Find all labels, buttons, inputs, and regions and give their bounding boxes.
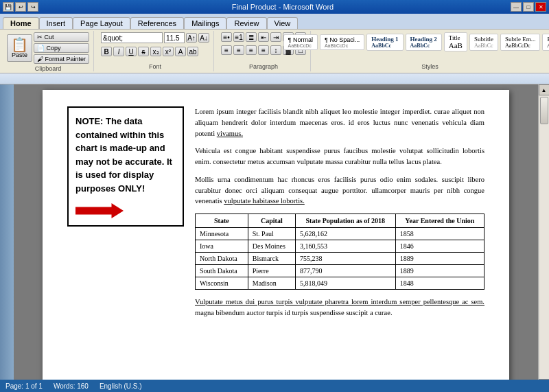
- tab-page-layout[interactable]: Page Layout: [73, 17, 130, 29]
- table-row: MinnesotaSt. Paul5,628,1621858: [196, 228, 484, 240]
- table-row: WisconsinMadison5,818,0491848: [196, 277, 484, 290]
- scroll-up-button[interactable]: ▲: [539, 84, 550, 95]
- cell-3-3: 1889: [395, 265, 484, 277]
- highlight-button[interactable]: ab: [187, 47, 198, 56]
- style-title[interactable]: Title AaB: [444, 32, 467, 51]
- document-container: NOTE: The data contained within this cha…: [0, 84, 549, 390]
- tab-home[interactable]: Home: [3, 17, 39, 29]
- minimize-button[interactable]: —: [511, 2, 522, 12]
- align-right-button[interactable]: ≡: [246, 45, 257, 55]
- shrink-font-button[interactable]: A↓: [198, 33, 209, 43]
- ribbon-content: 📋 Paste ✂ Cut 📄 Copy 🖌 Format Painter Cl…: [0, 29, 549, 73]
- close-button[interactable]: ✕: [535, 2, 546, 12]
- align-center-button[interactable]: ≡: [233, 45, 244, 55]
- multilevel-button[interactable]: ≣: [246, 32, 257, 42]
- font-size-input[interactable]: [164, 32, 185, 43]
- style-title-label: Title: [449, 34, 463, 41]
- quick-access-save[interactable]: 💾: [3, 2, 14, 12]
- bold-button[interactable]: B: [101, 47, 112, 56]
- italic-button[interactable]: I: [113, 47, 124, 56]
- cell-1-0: Iowa: [196, 240, 248, 253]
- paragraph-2: Vehicula est congue habitant suspendisse…: [195, 146, 484, 168]
- underline-text-3: vulputate habitasse lobortis.: [224, 197, 305, 205]
- grow-font-button[interactable]: A↑: [186, 33, 197, 43]
- ribbon-tab-bar: Home Insert Page Layout References Maili…: [0, 14, 549, 29]
- style-no-spacing-label: ¶ No Spaci...: [325, 36, 360, 43]
- strikethrough-button[interactable]: s: [138, 47, 149, 56]
- scroll-thumb[interactable]: [540, 97, 548, 124]
- style-subtitle[interactable]: Subtitle AaBbCc: [469, 34, 498, 51]
- underline-button[interactable]: U: [126, 47, 137, 56]
- tab-references[interactable]: References: [130, 17, 184, 29]
- cell-2-0: North Dakota: [196, 253, 248, 265]
- sidebar-left: [0, 84, 14, 390]
- font-label: Font: [149, 63, 161, 70]
- cell-2-1: Bismarck: [248, 253, 295, 265]
- cell-1-3: 1846: [395, 240, 484, 253]
- cell-4-1: Madison: [248, 277, 295, 290]
- page-count: Page: 1 of 1: [5, 382, 43, 390]
- font-name-input[interactable]: [101, 32, 163, 43]
- document-scroll-area[interactable]: NOTE: The data contained within this cha…: [14, 84, 538, 390]
- style-heading1-label: Heading 1: [371, 36, 398, 43]
- document-page: NOTE: The data contained within this cha…: [43, 90, 509, 384]
- status-bar: Page: 1 of 1 Words: 160 English (U.S.): [0, 380, 549, 392]
- numbering-button[interactable]: ≡1: [233, 32, 244, 42]
- paste-button[interactable]: 📋 Paste: [7, 34, 32, 62]
- copy-button[interactable]: 📄 Copy: [34, 43, 89, 53]
- style-subtle-em-label: Subtle Em...: [505, 36, 536, 43]
- scroll-track[interactable]: [539, 95, 549, 379]
- subscript-button[interactable]: x₂: [150, 47, 161, 56]
- justify-button[interactable]: ≡: [258, 45, 269, 55]
- maximize-button[interactable]: □: [523, 2, 534, 12]
- line-spacing-button[interactable]: ↕: [270, 45, 281, 55]
- font-color-button[interactable]: A: [175, 47, 186, 56]
- tab-review[interactable]: Review: [226, 17, 266, 29]
- vertical-scrollbar: ▲ ▼: [538, 84, 549, 390]
- style-subtle-em[interactable]: Subtle Em... AaBbCcDc: [500, 34, 541, 51]
- styles-label: Styles: [421, 63, 439, 70]
- cell-1-2: 3,160,553: [295, 240, 395, 253]
- style-heading2-label: Heading 2: [410, 36, 437, 43]
- style-emphasis[interactable]: Emphasis AaBbCcDc: [542, 34, 549, 51]
- ruler: [0, 73, 549, 84]
- paste-icon: 📋: [11, 38, 28, 51]
- col-header-capital: Capital: [248, 214, 295, 228]
- paragraph-3: Mollis urna condimentum hac rhoncus eros…: [195, 174, 484, 207]
- style-normal[interactable]: ¶ Normal AaBbCcDc: [283, 34, 318, 50]
- style-no-spacing[interactable]: ¶ No Spaci... AaBbCcDc: [320, 34, 364, 50]
- paragraph-1: Lorem ipsum integer facilisis blandit ni…: [195, 106, 484, 139]
- col-header-year: Year Entered the Union: [395, 214, 484, 228]
- cell-0-0: Minnesota: [196, 228, 248, 240]
- table-row: North DakotaBismarck755,2381889: [196, 253, 484, 265]
- right-arrow-icon: [75, 203, 124, 218]
- paragraph-4: Vulputate metus dui purus turpis vulputa…: [195, 297, 484, 319]
- quick-access-redo[interactable]: ↪: [27, 2, 38, 12]
- tab-insert[interactable]: Insert: [39, 17, 73, 29]
- ribbon: Home Insert Page Layout References Maili…: [0, 14, 549, 73]
- tab-mailings[interactable]: Mailings: [184, 17, 226, 29]
- increase-indent-button[interactable]: ⇥: [270, 32, 281, 42]
- style-heading1[interactable]: Heading 1 AaBbCc: [366, 34, 403, 51]
- cut-button[interactable]: ✂ Cut: [34, 32, 89, 42]
- clipboard-label: Clipboard: [35, 65, 62, 72]
- cell-1-1: Des Moines: [248, 240, 295, 253]
- data-table: State Capital State Population as of 201…: [195, 214, 484, 290]
- note-box: NOTE: The data contained within this cha…: [67, 106, 184, 227]
- language-indicator: English (U.S.): [100, 382, 142, 390]
- arrow-right: [75, 203, 176, 218]
- cell-3-0: South Dakota: [196, 265, 248, 277]
- decrease-indent-button[interactable]: ⇤: [258, 32, 269, 42]
- cell-3-2: 877,790: [295, 265, 395, 277]
- format-painter-button[interactable]: 🖌 Format Painter: [34, 54, 89, 64]
- style-subtitle-label: Subtitle: [474, 36, 493, 43]
- paragraph-label: Paragraph: [249, 63, 278, 70]
- bullets-button[interactable]: ≡•: [221, 32, 232, 42]
- quick-access-undo[interactable]: ↩: [15, 2, 26, 12]
- align-left-button[interactable]: ≡: [221, 45, 232, 55]
- superscript-button[interactable]: x²: [163, 47, 174, 56]
- cell-0-3: 1858: [395, 228, 484, 240]
- styles-group: ¶ Normal AaBbCcDc ¶ No Spaci... AaBbCcDc…: [314, 31, 546, 71]
- style-heading2[interactable]: Heading 2 AaBbCc: [406, 34, 442, 51]
- tab-view[interactable]: View: [267, 17, 299, 29]
